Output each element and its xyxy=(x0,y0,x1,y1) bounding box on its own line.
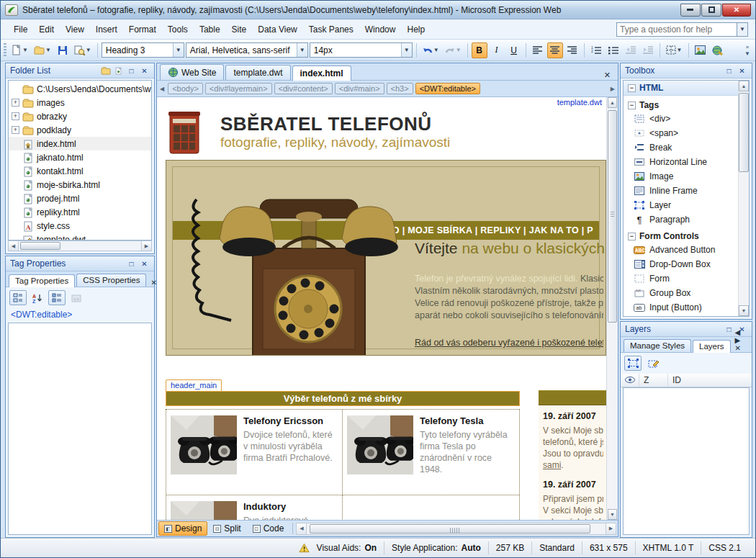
id-column[interactable]: ID xyxy=(668,374,752,387)
save-button[interactable] xyxy=(55,42,71,58)
font-size-combo[interactable]: 14px▼ xyxy=(310,42,413,58)
doctype-status[interactable]: XHTML 1.0 T xyxy=(635,541,701,554)
tab-tag-properties[interactable]: Tag Properties xyxy=(9,274,75,287)
align-right-button[interactable] xyxy=(564,42,580,58)
numbered-list-button[interactable]: 12 xyxy=(588,42,604,58)
style-application-status[interactable]: Style Application:Auto xyxy=(384,541,488,554)
qtag-div-main[interactable]: <div#main> xyxy=(335,83,384,94)
menu-task-panes[interactable]: Task Panes xyxy=(303,22,359,37)
tab-css-properties[interactable]: CSS Properties xyxy=(76,274,146,287)
toolbox-item-paragraph[interactable]: ¶Paragraph xyxy=(624,212,749,227)
toolbox-item-div[interactable]: <div> xyxy=(624,112,749,126)
insert-picture-button[interactable] xyxy=(693,42,708,58)
tab-index-html[interactable]: index.html xyxy=(292,66,351,81)
font-combo[interactable]: Arial, Helvetica, sans-serif▼ xyxy=(186,42,308,58)
scroll-right-icon[interactable]: ▶ xyxy=(606,523,616,534)
redo-button[interactable]: ▼ xyxy=(443,42,464,58)
css-version-status[interactable]: CSS 2.1 xyxy=(701,541,748,554)
help-search-input[interactable] xyxy=(616,22,737,37)
design-vscrollbar[interactable]: ▲ ▼ xyxy=(606,97,618,520)
menu-data-view[interactable]: Data View xyxy=(252,22,302,37)
close-panel-icon[interactable]: ✕ xyxy=(737,66,747,76)
qtag-div-content[interactable]: <div#content> xyxy=(274,83,333,94)
menu-file[interactable]: File xyxy=(8,22,33,37)
preview-button[interactable]: ▼ xyxy=(72,42,94,58)
collection-item-ericsson[interactable]: Telefony EricssonDvojice telefonů, které… xyxy=(166,410,343,495)
folder-view-icon[interactable] xyxy=(100,66,111,76)
menu-table[interactable]: Table xyxy=(194,22,226,37)
restore-button[interactable] xyxy=(701,4,721,17)
tree-folder-images[interactable]: +images xyxy=(9,96,151,109)
visual-aids-status[interactable]: Visual Aids:On xyxy=(310,541,384,554)
menu-insert[interactable]: Insert xyxy=(90,22,123,37)
tree-file-style-css[interactable]: style.css xyxy=(9,219,151,233)
tree-file-index[interactable]: index.html xyxy=(9,137,151,150)
bullet-list-button[interactable] xyxy=(606,42,621,58)
maximize-panel-icon[interactable]: □ xyxy=(724,66,734,76)
tree-file-jaknato[interactable]: jaknato.html xyxy=(9,150,151,164)
align-center-button[interactable] xyxy=(547,42,563,58)
help-dropdown-icon[interactable]: ▼ xyxy=(737,22,748,37)
minimize-button[interactable] xyxy=(680,4,701,17)
borders-button[interactable]: ▼ xyxy=(664,42,685,58)
tag-scroll-right-icon[interactable]: ▶ xyxy=(609,86,616,92)
toolbox-item-group-box[interactable]: xyzGroup Box xyxy=(624,286,749,300)
bold-button[interactable]: B xyxy=(472,42,487,58)
scroll-up-icon[interactable]: ▲ xyxy=(608,97,617,108)
toolbox-item-dropdown-box[interactable]: Drop-Down Box xyxy=(624,257,749,271)
maximize-panel-icon[interactable]: □ xyxy=(126,66,137,76)
tab-web-site[interactable]: Web Site xyxy=(160,64,224,80)
style-combo[interactable]: Heading 3▼ xyxy=(102,42,184,58)
design-view-tab[interactable]: ◧Design xyxy=(158,521,207,536)
tag-scroll-left-icon[interactable]: ◀ xyxy=(158,86,166,92)
toolbox-item-input-file[interactable]: Input (File) xyxy=(624,315,749,317)
hyperlink-button[interactable] xyxy=(710,42,726,58)
qtag-h3[interactable]: <h3> xyxy=(387,83,413,94)
qtag-body[interactable]: <body> xyxy=(168,83,203,94)
toolbox-group-tags[interactable]: Tags xyxy=(639,100,659,110)
decrease-indent-button[interactable] xyxy=(623,42,639,58)
collection-item-induktory[interactable]: InduktoryDva induktorové xyxy=(166,495,343,520)
tree-file-repliky[interactable]: repliky.html xyxy=(9,205,151,219)
toolbox-item-form[interactable]: Form xyxy=(624,271,749,286)
z-column[interactable]: Z xyxy=(639,374,668,387)
menu-help[interactable]: Help xyxy=(401,22,431,37)
new-document-button[interactable]: ▼ xyxy=(10,42,30,58)
menu-tools[interactable]: Tools xyxy=(162,22,194,37)
qtag-div-layermain[interactable]: <div#layermain> xyxy=(205,83,272,94)
schema-status[interactable]: Standard xyxy=(531,541,582,554)
tree-file-template-dwt[interactable]: template.dwt xyxy=(9,233,151,240)
menu-format[interactable]: Format xyxy=(123,22,162,37)
close-panel-icon[interactable]: ✕ xyxy=(139,66,150,76)
toolbox-item-hline[interactable]: Horizontal Line xyxy=(624,155,749,169)
scroll-up-icon[interactable]: ▲ xyxy=(739,81,749,91)
show-set-properties-button[interactable] xyxy=(48,290,66,305)
underline-button[interactable]: U xyxy=(506,42,522,58)
menu-window[interactable]: Window xyxy=(359,22,402,37)
tree-folder-podklady[interactable]: +podklady xyxy=(9,123,151,137)
menu-edit[interactable]: Edit xyxy=(33,22,60,37)
italic-button[interactable]: I xyxy=(489,42,505,58)
section-heading[interactable]: Výběr telefonů z mé sbírky xyxy=(166,391,520,406)
tree-folder-obrazky[interactable]: +obrazky xyxy=(9,109,151,123)
layer-id-label[interactable]: header_main xyxy=(166,379,222,391)
close-panel-icon[interactable]: ✕ xyxy=(139,258,150,269)
tab-template-dwt[interactable]: template.dwt xyxy=(225,65,290,80)
draw-layer-button[interactable] xyxy=(624,356,642,371)
menu-site[interactable]: Site xyxy=(226,22,253,37)
toolbox-item-advanced-button[interactable]: ABCAdvanced Button xyxy=(624,243,749,257)
toolbox-item-input-button[interactable]: abInput (Button) xyxy=(624,300,749,315)
tree-file-prodej[interactable]: prodej.html xyxy=(9,192,151,205)
increase-indent-button[interactable] xyxy=(640,42,656,58)
tree-file-moje-sbirka[interactable]: moje-sbirka.html xyxy=(9,178,151,192)
toolbar-overflow-button[interactable]: »▼ xyxy=(742,41,752,60)
code-view-tab[interactable]: ⊡Code xyxy=(247,521,290,536)
modify-layer-button[interactable] xyxy=(644,356,662,371)
toolbox-vscrollbar[interactable]: ▲ ▼ xyxy=(738,81,749,316)
close-button[interactable]: ✕ xyxy=(722,4,751,17)
toolbox-item-image[interactable]: Image xyxy=(624,169,749,184)
open-button[interactable]: ▼ xyxy=(32,42,53,58)
toolbox-item-span[interactable]: <span> xyxy=(624,126,749,140)
toolbox-group-form-controls[interactable]: Form Controls xyxy=(639,231,699,241)
align-left-button[interactable] xyxy=(530,42,546,58)
